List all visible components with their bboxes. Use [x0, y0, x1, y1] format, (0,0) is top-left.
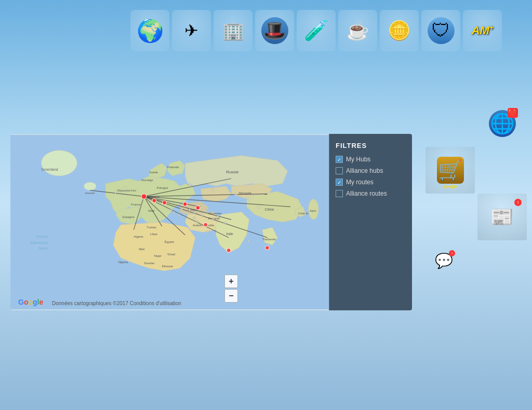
svg-text:Océan: Océan [36, 234, 48, 239]
map-zoom-controls: + − [224, 275, 238, 303]
filter-alliance-routes-label: Alliance routes [346, 190, 387, 197]
svg-text:✈: ✈ [234, 192, 238, 198]
nav-icons-bar: 🌍 ✈ 🏢 🎩 🧪 ☕ 🪙 [128, 6, 504, 56]
filter-my-routes-label: My routes [346, 179, 374, 186]
svg-text:✈: ✈ [188, 182, 192, 187]
nav-alliance[interactable]: 🛡 [421, 10, 460, 51]
svg-text:✈: ✈ [211, 187, 215, 193]
svg-text:Tunisie: Tunisie [147, 226, 157, 229]
svg-text:✈: ✈ [193, 210, 197, 215]
svg-text:✈: ✈ [257, 204, 261, 210]
svg-text:Pologne: Pologne [157, 186, 168, 189]
svg-text:Mongolie: Mongolie [239, 192, 252, 195]
svg-text:Atlantique: Atlantique [30, 240, 49, 245]
filter-my-routes-checkbox[interactable]: ✓ [336, 179, 343, 186]
filter-alliance-hubs[interactable]: Alliance hubs [336, 167, 406, 174]
filter-alliance-routes-checkbox[interactable] [336, 190, 343, 197]
svg-text:✈: ✈ [211, 217, 215, 222]
svg-text:Suède: Suède [149, 171, 158, 174]
nav-finance[interactable]: 🪙 [380, 10, 419, 51]
filter-alliance-hubs-checkbox[interactable] [336, 167, 343, 174]
nav-premium[interactable]: AM+ [463, 10, 502, 51]
svg-text:Finlande: Finlande [167, 166, 179, 169]
svg-text:✈: ✈ [177, 213, 181, 218]
filter-my-routes[interactable]: ✓ My routes [336, 179, 406, 186]
svg-text:Libye: Libye [150, 233, 158, 236]
svg-text:Chine: Chine [264, 208, 274, 211]
svg-text:✈: ✈ [172, 210, 176, 215]
svg-text:✈: ✈ [216, 214, 220, 219]
svg-text:✈: ✈ [206, 229, 210, 235]
svg-text:Soudan: Soudan [144, 262, 154, 265]
svg-point-59 [183, 202, 187, 206]
svg-text:✈: ✈ [195, 219, 200, 224]
filter-my-hubs[interactable]: ✓ My Hubs [336, 156, 406, 163]
svg-point-56 [141, 194, 147, 199]
svg-text:Royaume-Uni: Royaume-Uni [117, 189, 136, 192]
svg-text:✈: ✈ [201, 213, 205, 218]
svg-text:✈: ✈ [223, 221, 228, 226]
sidebar-shop-btn[interactable]: 🛒 SHOP [425, 147, 475, 194]
zoom-in-btn[interactable]: + [224, 275, 238, 288]
svg-text:Égypte: Égypte [165, 240, 175, 243]
svg-text:Japon: Japon [309, 210, 316, 212]
nav-coffee[interactable]: ☕ [338, 10, 377, 51]
nav-world-routes[interactable]: 🌍 [130, 10, 169, 51]
map-container: Groenland Islande Royaume-Uni Suède Norv… [10, 134, 412, 310]
svg-text:Algérie: Algérie [134, 235, 143, 238]
filters-title: FILTRES [336, 142, 406, 149]
svg-point-57 [152, 199, 156, 203]
filter-alliance-routes[interactable]: Alliance routes [336, 190, 406, 197]
map-inner[interactable]: Groenland Islande Royaume-Uni Suède Norv… [10, 134, 329, 310]
nav-hubs[interactable]: 🏢 [214, 10, 252, 51]
svg-text:✈: ✈ [247, 197, 251, 202]
svg-text:Islande: Islande [85, 192, 95, 195]
svg-text:✈: ✈ [211, 210, 215, 215]
svg-point-58 [163, 200, 167, 204]
svg-text:✈: ✈ [247, 239, 251, 244]
nav-airplanes[interactable]: ✈ [172, 10, 211, 51]
svg-text:France: France [131, 203, 141, 206]
svg-point-61 [204, 223, 208, 227]
nav-research[interactable]: 🧪 [297, 10, 336, 51]
svg-text:Groenland: Groenland [41, 168, 58, 171]
svg-point-62 [227, 248, 231, 252]
svg-text:Mali: Mali [139, 248, 144, 251]
svg-text:✈: ✈ [188, 208, 192, 213]
svg-text:Niger: Niger [154, 254, 162, 257]
nav-pilots[interactable]: 🎩 [255, 10, 294, 51]
svg-text:Inde: Inde [226, 232, 233, 236]
zoom-out-btn[interactable]: − [224, 289, 238, 303]
map-copyright: Données cartographiques ©2017 Conditions… [52, 300, 181, 306]
filter-my-hubs-checkbox[interactable]: ✓ [336, 156, 343, 163]
svg-text:Russie: Russie [226, 170, 239, 174]
google-logo: Google [18, 298, 43, 306]
svg-text:Nigeria: Nigeria [118, 261, 128, 264]
svg-text:Nord: Nord [38, 246, 47, 251]
filter-alliance-hubs-label: Alliance hubs [346, 167, 383, 174]
filters-panel: FILTRES ✓ My Hubs Alliance hubs ✓ [329, 134, 412, 310]
svg-text:✈: ✈ [206, 207, 210, 212]
svg-text:Tchad: Tchad [167, 253, 176, 256]
svg-point-63 [265, 245, 269, 250]
svg-text:Thaïlande: Thaïlande [262, 238, 276, 241]
svg-text:Espagne: Espagne [123, 215, 135, 218]
filter-my-hubs-label: My Hubs [346, 156, 370, 163]
svg-point-60 [196, 206, 200, 210]
svg-point-9 [84, 182, 96, 190]
svg-text:Italie: Italie [148, 209, 155, 212]
svg-text:✈: ✈ [113, 189, 117, 195]
sidebar-news-btn[interactable]: 📰 ! [477, 194, 527, 240]
svg-text:Norvège: Norvège [141, 179, 153, 182]
svg-text:✈: ✈ [180, 207, 184, 212]
svg-text:Éthiopie: Éthiopie [162, 265, 174, 268]
svg-point-7 [41, 151, 77, 176]
